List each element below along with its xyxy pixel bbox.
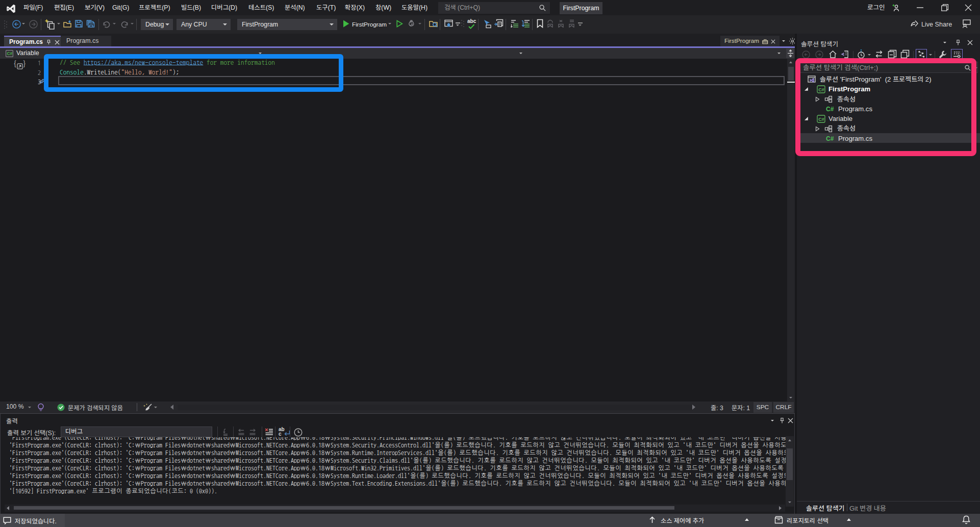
svg-text:C#: C# bbox=[7, 51, 12, 56]
